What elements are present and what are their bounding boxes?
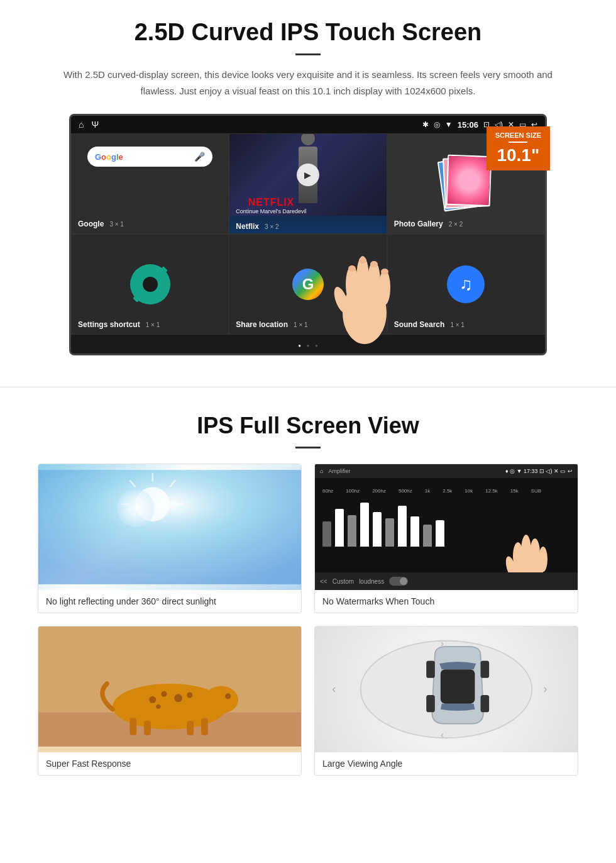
svg-point-21	[135, 487, 170, 521]
section-ips-view: IPS Full Screen View	[0, 406, 616, 794]
netflix-subtitle: Continue Marvel's Daredevil	[236, 208, 306, 214]
svg-rect-5	[164, 283, 170, 286]
sunlight-svg	[38, 464, 301, 590]
toggle-switch[interactable]	[389, 577, 408, 586]
hand-touch-illustration	[324, 231, 405, 347]
feature-car-label: Large Viewing Angle	[315, 752, 578, 775]
badge-size: 10.1"	[495, 145, 541, 165]
svg-point-14	[379, 270, 390, 305]
svg-point-19	[381, 269, 388, 275]
car-image: ‹ › › ‹	[315, 626, 578, 752]
svg-point-40	[156, 704, 160, 709]
svg-point-36	[149, 696, 156, 703]
app-cell-netflix[interactable]: ▶ NETFLIX Continue Marvel's Daredevil Ne…	[229, 133, 387, 234]
svg-text:‹: ‹	[332, 682, 336, 695]
cheetah-image	[38, 626, 301, 752]
app-grid: Google 🎤 Google 3 × 1	[71, 133, 545, 335]
app-cell-sound[interactable]: ♫ Sound Search 1 × 1	[387, 234, 545, 335]
car-svg: ‹ › › ‹	[315, 626, 578, 752]
svg-point-29	[521, 535, 531, 567]
section2-title: IPS Full Screen View	[38, 413, 578, 439]
svg-rect-44	[144, 721, 151, 735]
svg-point-41	[204, 686, 239, 714]
netflix-logo-text: NETFLIX	[236, 197, 306, 208]
eq-bottom-bar: << Custom loudness	[315, 572, 578, 590]
photo-stack	[441, 155, 491, 212]
section-curved-screen: 2.5D Curved IPS Touch Screen With 2.5D c…	[0, 0, 616, 368]
svg-rect-45	[187, 721, 194, 735]
photo-card-3	[446, 155, 492, 206]
status-bar: ⌂ Ψ ✱ ◎ ▼ 15:06 ⊡ ◁) ✕ ▭ ↩	[71, 116, 545, 133]
svg-point-16	[348, 265, 356, 272]
badge-line	[509, 142, 527, 143]
feature-sunlight-label: No light reflecting under 360° direct su…	[38, 590, 301, 613]
features-grid: No light reflecting under 360° direct su…	[38, 464, 578, 776]
section1-description: With 2.5D curved-display screen, this de…	[57, 67, 559, 99]
svg-rect-3	[149, 298, 151, 304]
svg-rect-51	[426, 695, 435, 712]
equalizer-image: ⌂ Amplifier ♦ ◎ ▼ 17:33 ⊡ ◁) ✕ ▭ ↩ 60hz1…	[315, 464, 578, 590]
wifi-icon: ▼	[445, 120, 453, 129]
app-label-gallery: Photo Gallery 2 × 2	[394, 220, 463, 228]
sunlight-image	[38, 464, 301, 590]
feature-cheetah-label: Super Fast Response	[38, 752, 301, 775]
app-cell-settings[interactable]: Settings shortcut 1 × 1	[71, 234, 229, 335]
android-screen: ⌂ Ψ ✱ ◎ ▼ 15:06 ⊡ ◁) ✕ ▭ ↩	[69, 114, 547, 355]
svg-text:›: ›	[441, 638, 444, 649]
app-label-settings: Settings shortcut 1 × 1	[78, 320, 160, 329]
svg-point-30	[530, 538, 540, 569]
svg-point-39	[187, 693, 192, 698]
svg-rect-50	[481, 661, 490, 678]
svg-text:›: ›	[543, 682, 547, 695]
cheetah-svg	[38, 626, 301, 752]
location-icon: ◎	[434, 120, 440, 129]
app-cell-google[interactable]: Google 🎤 Google 3 × 1	[71, 133, 229, 234]
svg-point-17	[359, 257, 366, 264]
google-search-bar[interactable]: Google 🎤	[87, 147, 212, 167]
badge-title: Screen Size	[495, 131, 541, 139]
feature-equalizer-label: No Watermarks When Touch	[315, 590, 578, 613]
svg-point-31	[539, 547, 547, 572]
svg-point-38	[174, 694, 182, 702]
app-label-share: Share location 1 × 1	[236, 320, 307, 329]
android-screen-wrapper: Screen Size 10.1" ⌂ Ψ ✱ ◎ ▼ 15:06	[69, 114, 547, 355]
settings-gear-icon	[128, 262, 172, 306]
title-underline	[295, 53, 321, 55]
svg-point-42	[225, 693, 231, 699]
music-note-icon: ♫	[447, 265, 485, 303]
netflix-branding: NETFLIX Continue Marvel's Daredevil	[236, 197, 306, 214]
svg-rect-4	[130, 283, 136, 286]
svg-point-18	[370, 261, 378, 267]
google-logo: Google	[95, 152, 123, 162]
flower-photo	[448, 156, 491, 205]
bluetooth-icon: ✱	[422, 120, 429, 129]
screen-size-badge: Screen Size 10.1"	[487, 126, 550, 170]
app-label-netflix: Netflix 3 × 2	[236, 222, 278, 231]
app-label-google: Google 3 × 1	[78, 220, 124, 228]
eq-status-bar: ⌂ Amplifier ♦ ◎ ▼ 17:33 ⊡ ◁) ✕ ▭ ↩	[315, 464, 578, 478]
svg-rect-48	[441, 669, 475, 704]
app-cell-share[interactable]: G	[229, 234, 387, 335]
section1-title: 2.5D Curved IPS Touch Screen	[38, 19, 578, 46]
svg-rect-2	[149, 264, 151, 270]
page-dots: ● ● ●	[71, 335, 545, 354]
svg-text:‹: ‹	[441, 730, 444, 740]
svg-point-1	[143, 277, 158, 292]
google-g-share-icon: G	[292, 269, 324, 300]
status-left: ⌂ Ψ	[79, 120, 99, 130]
play-button[interactable]: ▶	[297, 164, 319, 186]
status-time: 15:06	[458, 120, 478, 130]
svg-rect-46	[201, 718, 208, 735]
svg-rect-49	[426, 661, 435, 678]
svg-rect-52	[481, 695, 490, 712]
svg-point-37	[161, 691, 167, 697]
usb-icon: Ψ	[91, 120, 99, 130]
mic-icon[interactable]: 🎤	[194, 152, 205, 162]
feature-car: ‹ › › ‹ Large Viewing Angle	[314, 626, 578, 776]
feature-sunlight: No light reflecting under 360° direct su…	[38, 464, 302, 613]
section2-title-underline	[295, 447, 321, 448]
feature-cheetah: Super Fast Response	[38, 626, 302, 776]
home-icon[interactable]: ⌂	[79, 120, 84, 130]
section-divider	[0, 387, 616, 387]
feature-equalizer: ⌂ Amplifier ♦ ◎ ▼ 17:33 ⊡ ◁) ✕ ▭ ↩ 60hz1…	[314, 464, 578, 613]
